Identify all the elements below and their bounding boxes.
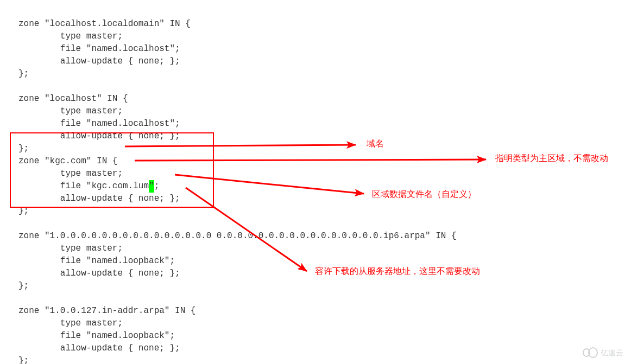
code-line: zone "1.0.0.127.in-addr.arpa" IN {	[18, 306, 195, 316]
code-line: zone "1.0.0.0.0.0.0.0.0.0.0.0.0.0.0.0 0.…	[18, 231, 457, 241]
code-line: file "named.loopback";	[18, 331, 175, 341]
code-line: file "kgc.com.lum";	[18, 181, 159, 191]
code-text: 0.0.0.0.0.0.0.0.0.0.0.0.0.0.0.0.ip6.arpa…	[211, 231, 456, 241]
code-line: allow-update { none; };	[18, 56, 180, 66]
annotation-allow-update: 容许下载的从服务器地址，这里不需要改动	[315, 266, 480, 277]
code-line: type master;	[18, 244, 123, 253]
code-line: };	[18, 69, 29, 79]
annotation-file-name: 区域数据文件名（自定义）	[372, 189, 476, 200]
code-line: file "named.localhost";	[18, 44, 180, 54]
code-line: allow-update { none; };	[18, 269, 180, 278]
code-line: zone "localhost" IN {	[18, 94, 128, 104]
code-line: };	[18, 356, 29, 364]
annotation-type-master: 指明类型为主区域，不需改动	[495, 152, 608, 164]
code-text: zone "kgc.com"	[18, 156, 97, 166]
code-line: allow-update { none; };	[18, 131, 180, 141]
code-text: zone "1.0.0.0.0.0.0.0.0.0.0.0.0.0.0.	[18, 231, 206, 241]
annotation-domain: 域名	[367, 138, 384, 150]
code-line: type master;	[18, 31, 123, 41]
code-line: file "named.localhost";	[18, 119, 180, 129]
code-line: };	[18, 206, 29, 216]
code-line: type master;	[18, 106, 123, 116]
code-line: allow-update { none; };	[18, 343, 180, 353]
code-line: file "named.loopback";	[18, 256, 175, 266]
editor-cursor: "	[149, 180, 154, 193]
code-text: ;	[154, 181, 160, 191]
code-line: type master;	[18, 318, 123, 328]
code-text: file "kgc.com.lum	[18, 181, 149, 191]
code-text: 0	[206, 231, 212, 241]
config-code-block: zone "localhost.localdomain" IN { type m…	[0, 0, 475, 364]
watermark-text: 亿速云	[600, 348, 623, 357]
code-line: };	[18, 144, 29, 154]
code-line: zone "kgc.com" IN {	[18, 156, 117, 166]
code-line: zone "localhost.localdomain" IN {	[18, 19, 191, 29]
code-text: IN {	[97, 156, 117, 166]
code-line: allow-update { none; };	[18, 194, 180, 203]
code-line: type master;	[18, 169, 123, 178]
watermark: 亿速云	[581, 344, 629, 361]
code-line: };	[18, 281, 29, 291]
